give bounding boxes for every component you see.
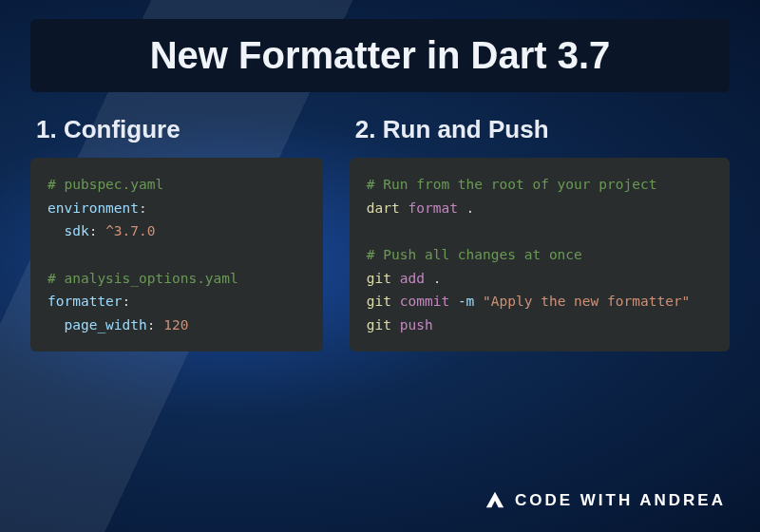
shell-subcmd: add	[400, 271, 425, 286]
shell-subcmd: commit	[400, 294, 449, 309]
code-comment: # Push all changes at once	[367, 247, 582, 262]
brand-logo-icon	[484, 490, 505, 511]
run-push-code-block: # Run from the root of your project dart…	[350, 158, 730, 352]
configure-heading: 1. Configure	[30, 115, 323, 144]
yaml-value: ^3.7.0	[105, 223, 155, 238]
shell-flag: -m	[458, 294, 474, 309]
shell-cmd: dart	[367, 200, 400, 216]
configure-column: 1. Configure # pubspec.yaml environment:…	[30, 115, 323, 352]
yaml-key: sdk	[64, 223, 88, 238]
shell-string: "Apply the new formatter"	[483, 294, 690, 309]
shell-subcmd: push	[400, 317, 433, 332]
run-push-heading: 2. Run and Push	[350, 115, 730, 144]
code-comment: # analysis_options.yaml	[48, 271, 238, 286]
shell-arg: .	[433, 271, 442, 286]
shell-arg: .	[466, 200, 475, 216]
yaml-key: formatter	[48, 294, 123, 309]
content-columns: 1. Configure # pubspec.yaml environment:…	[30, 115, 730, 352]
code-comment: # Run from the root of your project	[367, 177, 657, 192]
shell-cmd: git	[367, 294, 391, 309]
yaml-key: page_width	[64, 317, 146, 332]
configure-code-block: # pubspec.yaml environment: sdk: ^3.7.0 …	[30, 158, 323, 352]
branding: CODE WITH ANDREA	[484, 490, 726, 511]
brand-text: CODE WITH ANDREA	[515, 491, 726, 510]
run-push-column: 2. Run and Push # Run from the root of y…	[350, 115, 730, 352]
shell-subcmd: format	[408, 200, 457, 216]
page-title: New Formatter in Dart 3.7	[53, 34, 707, 77]
shell-cmd: git	[367, 271, 391, 286]
code-comment: # pubspec.yaml	[48, 177, 163, 192]
title-bar: New Formatter in Dart 3.7	[30, 19, 730, 92]
yaml-key: environment	[48, 200, 139, 216]
yaml-value: 120	[163, 317, 188, 332]
shell-cmd: git	[367, 317, 391, 332]
